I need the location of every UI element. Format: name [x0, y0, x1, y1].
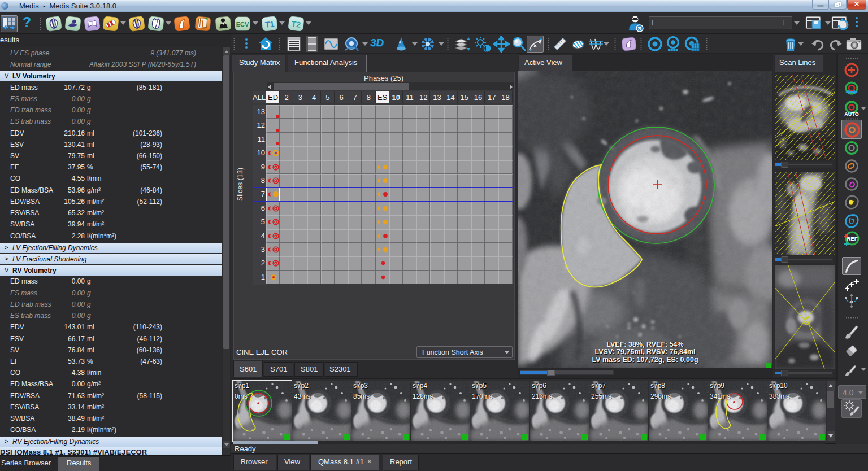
- svg-text:AUTO: AUTO: [844, 111, 858, 117]
- svg-text:REF: REF: [847, 236, 858, 242]
- svg-text:T2: T2: [291, 19, 301, 29]
- svg-text:T1: T1: [264, 19, 275, 29]
- svg-text:ECV: ECV: [236, 21, 249, 28]
